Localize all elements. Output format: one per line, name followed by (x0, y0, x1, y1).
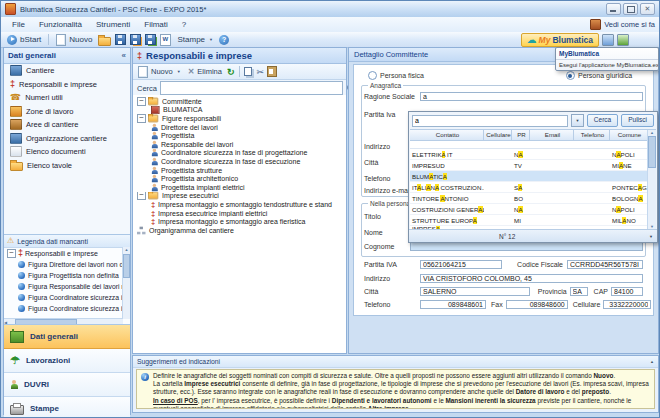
sidebar-item-elenco-tavole[interactable]: Elenco tavole (4, 159, 130, 173)
tree-item[interactable]: Progettista strutture (133, 166, 346, 175)
save-icon[interactable] (115, 34, 126, 45)
expander-icon[interactable]: − (7, 249, 16, 258)
nav-dati-generali[interactable]: Dati generali (4, 325, 130, 349)
dropdown-row[interactable]: BLUMATICA (410, 171, 656, 182)
paste-icon[interactable] (267, 66, 277, 77)
radio-persona-fisica[interactable]: Persona fisica (368, 71, 424, 80)
tree-nuovo-button[interactable]: Nuovo (136, 66, 183, 78)
expander-icon[interactable]: − (137, 192, 146, 201)
dropdown-col-header[interactable]: PR (512, 130, 530, 140)
codice-fiscale-input[interactable] (567, 260, 643, 269)
nuovo-button[interactable]: Nuovo (54, 34, 94, 46)
dropdown-row[interactable]: TINTORE ANTONIOBOBOLOGNA (410, 193, 656, 204)
cap-input[interactable] (611, 287, 643, 296)
calendar-icon[interactable] (617, 34, 629, 46)
save-as-icon[interactable] (130, 34, 141, 45)
dropdown-row[interactable]: ELETTRIKA ITNANAPOLI (410, 149, 656, 160)
tree-item[interactable]: −Imprese esecutrici (133, 192, 346, 201)
collapse-chevron-icon[interactable] (122, 51, 126, 60)
legend-item: Figura Coordinatore sicurezza in fase di… (4, 303, 130, 314)
sidebar-item-organizzazione-cantiere[interactable]: Organizzazione cantiere (4, 132, 130, 146)
tree-item[interactable]: Responsabile dei lavori (133, 140, 346, 149)
myblumatica-button[interactable]: MyBlumatica (521, 33, 599, 47)
nav-duvri[interactable]: DUVRI (4, 373, 130, 397)
search-input[interactable] (160, 81, 343, 95)
dropdown-col-header[interactable]: Contatto (410, 130, 484, 140)
tree-item[interactable]: Impresa montaggio e smontaggio area fier… (133, 217, 346, 226)
dropdown-row[interactable]: STRUTTURE EUROPAMIMILANO (410, 215, 656, 226)
menu-help[interactable]: ? (175, 19, 193, 30)
sidebar-item-responsabili-e-imprese[interactable]: Responsabili e imprese (4, 78, 130, 92)
dropdown-search-input[interactable] (412, 115, 568, 127)
expander-icon[interactable]: − (137, 97, 146, 106)
legend-vscrollbar[interactable]: ▲ (122, 247, 130, 319)
chart-icon[interactable] (602, 34, 614, 46)
sidebar-item-aree-di-cantiere[interactable]: Aree di cantiere (4, 118, 130, 132)
tree-item[interactable]: Progettista impianti elettrici (133, 183, 346, 192)
word-export-icon[interactable] (160, 34, 171, 46)
tree-item[interactable]: Progettista architettonico (133, 174, 346, 183)
dropdown-col-header[interactable]: Cellulare (484, 130, 512, 140)
tree-item[interactable]: Impresa montaggio e smontaggio tendostru… (133, 200, 346, 209)
save-export-icon[interactable] (145, 34, 156, 45)
open-folder-icon[interactable] (98, 37, 111, 46)
chevron-down-icon[interactable]: ▼ (571, 114, 584, 127)
dropdown-filter-row[interactable] (410, 141, 656, 149)
menu-file[interactable]: File (5, 19, 32, 30)
maximize-button[interactable] (623, 3, 638, 15)
tree-item[interactable]: −Figure responsabili (133, 114, 346, 123)
collapse-up-icon[interactable] (650, 359, 654, 364)
chevron-down-icon[interactable]: ▼ (649, 234, 653, 239)
ragione-sociale-input[interactable] (420, 92, 643, 101)
stampe-button[interactable]: Stampe (175, 35, 215, 44)
fax-input[interactable] (506, 300, 568, 309)
indirizzo-input[interactable] (420, 274, 643, 283)
legend-root[interactable]: − Responsabili e imprese (4, 248, 130, 259)
sidebar-item-numeri-utili[interactable]: Numeri utili (4, 91, 130, 105)
nav-lavorazioni[interactable]: Lavorazioni (4, 349, 130, 373)
close-button[interactable] (640, 3, 655, 15)
dropdown-row[interactable]: IMPRESUDTVMIANE (410, 160, 656, 171)
menu-funzionalita[interactable]: Funzionalità (32, 19, 89, 30)
cerca-button[interactable]: Cerca (587, 114, 618, 127)
citta-input[interactable] (420, 287, 530, 296)
dropdown-col-header[interactable]: Comune (610, 130, 648, 140)
dropdown-row[interactable]: COSTRUZIONI GENERALINANAPOLI (410, 204, 656, 215)
sidebar-item-zone-di-lavoro[interactable]: Zone di lavoro (4, 105, 130, 119)
bstart-button[interactable]: bStart (5, 35, 43, 45)
minimize-button[interactable] (606, 3, 621, 15)
sidebar-item-cantiere[interactable]: Cantiere (4, 64, 130, 78)
menu-strumenti[interactable]: Strumenti (89, 19, 137, 30)
legend-item-label: Figura Responsabile dei lavori non defin… (28, 283, 130, 290)
piva-input[interactable] (420, 260, 502, 269)
dropdown-row[interactable]: ITALIANA COSTRUZION...SAPONTECAG... (410, 182, 656, 193)
menu-filmati[interactable]: Filmati (137, 19, 175, 30)
cellulare-input[interactable] (603, 300, 651, 309)
dropdown-vscrollbar[interactable]: ▲▼ (647, 130, 656, 229)
nav-stampe[interactable]: Stampe (4, 397, 130, 418)
copy-icon[interactable] (244, 67, 252, 76)
tree-item[interactable]: Organigramma del cantiere (133, 226, 346, 235)
dropdown-col-header[interactable]: Email (530, 130, 574, 140)
tree-item[interactable]: Progettista (133, 131, 346, 140)
expander-icon[interactable]: − (137, 114, 146, 123)
refresh-icon[interactable] (227, 67, 235, 77)
tree-item[interactable]: Coordinatore sicurezza in fase di esecuz… (133, 157, 346, 166)
tree-item[interactable]: Direttore dei lavori (133, 123, 346, 132)
sidebar-item-elenco-documenti[interactable]: Elenco documenti (4, 145, 130, 159)
vedi-come-si-fa[interactable]: Vedi come si fa (590, 19, 655, 30)
tree-item[interactable]: BLUMATICA (133, 106, 346, 115)
help-icon[interactable] (219, 35, 229, 45)
tree-elimina-button[interactable]: Elimina (186, 67, 224, 76)
tree-item[interactable]: −Committente (133, 97, 346, 106)
telefono-input[interactable] (420, 300, 486, 309)
dropdown-row[interactable]: IMPRESA... (410, 226, 656, 229)
provincia-input[interactable] (570, 287, 588, 296)
cognome-input[interactable] (410, 242, 643, 251)
pulisci-button[interactable]: Pulisci (621, 114, 654, 127)
radio-persona-giuridica[interactable]: Persona giuridica (566, 71, 632, 80)
tree-item[interactable]: Coordinatore sicurezza in fase di proget… (133, 149, 346, 158)
cut-icon[interactable] (257, 67, 265, 77)
tree-item[interactable]: Impresa esecutrice impianti elettrici (133, 209, 346, 218)
dropdown-col-header[interactable]: Telefono (574, 130, 610, 140)
